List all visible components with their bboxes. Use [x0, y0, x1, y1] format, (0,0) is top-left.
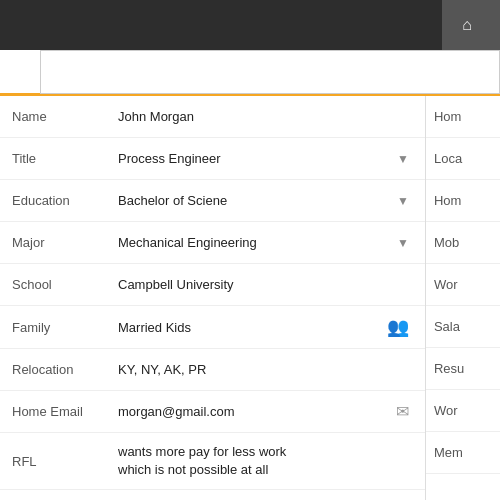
dropdown-text: Process Engineer — [118, 151, 221, 166]
email-text: morgan@gmail.com — [118, 404, 235, 419]
email-icon: ✉ — [396, 402, 409, 421]
right-field-row: Loca — [426, 138, 500, 180]
field-label: Major — [0, 225, 110, 260]
field-row: SchoolCampbell University — [0, 264, 425, 306]
right-panel: HomLocaHomMobWorSalaResuWorMem — [426, 96, 500, 500]
right-field-row: Hom — [426, 180, 500, 222]
field-label: Relocation — [0, 352, 110, 387]
left-panel: NameJohn MorganTitleProcess Engineer▼Edu… — [0, 96, 426, 500]
dropdown-text: Bachelor of Sciene — [118, 193, 227, 208]
right-field-row: Hom — [426, 96, 500, 138]
right-field-row: Wor — [426, 264, 500, 306]
field-row: EducationBachelor of Sciene▼ — [0, 180, 425, 222]
right-field-row: Mob — [426, 222, 500, 264]
field-label: RFL — [0, 444, 110, 479]
right-field-row: Wor — [426, 390, 500, 432]
right-field-row: Sala — [426, 306, 500, 348]
chevron-down-icon: ▼ — [397, 236, 409, 250]
field-row: RelocationKY, NY, AK, PR — [0, 349, 425, 391]
header: ⌂ — [0, 0, 500, 50]
sub-header — [0, 50, 500, 96]
family-icon: 👥 — [387, 316, 409, 338]
right-field-row: Resu — [426, 348, 500, 390]
field-row: TitleProcess Engineer▼ — [0, 138, 425, 180]
field-value-family: Married Kids👥 — [110, 306, 425, 348]
field-label: Home Email — [0, 394, 110, 429]
field-row: Home Emailmorgan@gmail.com✉ — [0, 391, 425, 433]
field-value-multiline: wants more pay for less workwhich is not… — [110, 433, 425, 489]
content-area: NameJohn MorganTitleProcess Engineer▼Edu… — [0, 96, 500, 500]
field-row: RFLwants more pay for less workwhich is … — [0, 433, 425, 490]
field-label: Family — [0, 310, 110, 345]
home-button[interactable]: ⌂ — [442, 0, 500, 50]
field-label: School — [0, 267, 110, 302]
home-icon: ⌂ — [462, 16, 472, 34]
field-label: Education — [0, 183, 110, 218]
field-row: NameJohn Morgan — [0, 96, 425, 138]
field-label: Name — [0, 99, 110, 134]
dropdown-text: Mechanical Engineering — [118, 235, 257, 250]
chevron-down-icon: ▼ — [397, 152, 409, 166]
chevron-down-icon: ▼ — [397, 194, 409, 208]
field-value-dropdown[interactable]: Bachelor of Sciene▼ — [110, 183, 425, 218]
field-value-text: KY, NY, AK, PR — [110, 352, 425, 387]
field-row: FamilyMarried Kids👥 — [0, 306, 425, 349]
field-row: MajorMechanical Engineering▼ — [0, 222, 425, 264]
field-value-email: morgan@gmail.com✉ — [110, 392, 425, 431]
record-info — [40, 50, 500, 94]
contact-tab[interactable] — [0, 50, 40, 96]
field-value-text: Campbell University — [110, 267, 425, 302]
field-label: Title — [0, 141, 110, 176]
field-value-dropdown[interactable]: Mechanical Engineering▼ — [110, 225, 425, 260]
family-text: Married Kids — [118, 320, 191, 335]
right-field-row: Mem — [426, 432, 500, 474]
field-value-dropdown[interactable]: Process Engineer▼ — [110, 141, 425, 176]
field-value-text: John Morgan — [110, 99, 425, 134]
